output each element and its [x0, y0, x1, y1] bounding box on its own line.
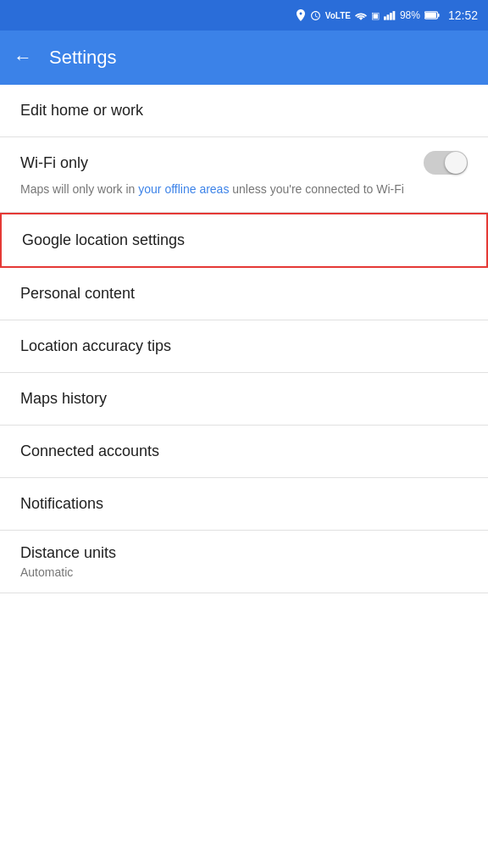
toggle-thumb: [445, 152, 467, 174]
wifi-desc-prefix: Maps will only work in: [20, 182, 138, 196]
settings-item-edit-home-work[interactable]: Edit home or work: [0, 85, 488, 137]
wifi-desc-suffix: unless you're connected to Wi-Fi: [229, 182, 404, 196]
settings-content: Edit home or work Wi-Fi only Maps will o…: [0, 85, 488, 593]
settings-item-notifications[interactable]: Notifications: [0, 478, 488, 531]
svg-rect-3: [392, 11, 395, 20]
location-icon: [296, 9, 306, 21]
settings-item-location-accuracy-tips[interactable]: Location accuracy tips: [0, 320, 488, 373]
svg-rect-2: [390, 13, 392, 19]
wifi-only-toggle[interactable]: [424, 151, 468, 175]
notifications-label: Notifications: [20, 495, 103, 513]
sim-icon: ▣: [371, 10, 380, 21]
wifi-only-description: Maps will only work in your offline area…: [20, 181, 468, 198]
personal-content-label: Personal content: [20, 285, 135, 303]
edit-home-work-label: Edit home or work: [20, 102, 143, 120]
battery-icon: [424, 10, 440, 20]
settings-item-google-location-settings[interactable]: Google location settings: [0, 213, 488, 268]
signal-icon: [384, 10, 396, 20]
alarm-icon: [310, 10, 321, 21]
settings-item-maps-history[interactable]: Maps history: [0, 373, 488, 426]
lte-icon: VoLTE: [325, 11, 351, 20]
settings-item-personal-content[interactable]: Personal content: [0, 268, 488, 320]
svg-rect-0: [384, 16, 386, 19]
google-location-settings-label: Google location settings: [22, 231, 185, 249]
settings-item-connected-accounts[interactable]: Connected accounts: [0, 426, 488, 478]
settings-item-distance-units[interactable]: Distance units Automatic: [0, 531, 488, 593]
status-bar: VoLTE ▣ 98% 12:52: [0, 0, 488, 31]
battery-percent: 98%: [400, 9, 420, 21]
svg-rect-6: [425, 13, 436, 19]
wifi-icon: [355, 11, 367, 20]
distance-units-sublabel: Automatic: [20, 565, 468, 579]
distance-units-label: Distance units: [20, 544, 468, 562]
maps-history-label: Maps history: [20, 390, 107, 408]
back-button[interactable]: ←: [14, 47, 32, 69]
app-bar: ← Settings: [0, 31, 488, 85]
location-accuracy-tips-label: Location accuracy tips: [20, 337, 171, 355]
svg-rect-1: [386, 14, 389, 19]
offline-areas-link[interactable]: your offline areas: [138, 182, 229, 196]
connected-accounts-label: Connected accounts: [20, 442, 159, 460]
page-title: Settings: [49, 47, 117, 69]
status-time: 12:52: [448, 8, 478, 22]
wifi-only-label: Wi-Fi only: [20, 154, 88, 172]
svg-rect-5: [438, 14, 440, 17]
status-icons: VoLTE ▣ 98%: [296, 9, 440, 21]
settings-item-wifi-only[interactable]: Wi-Fi only Maps will only work in your o…: [0, 137, 488, 213]
